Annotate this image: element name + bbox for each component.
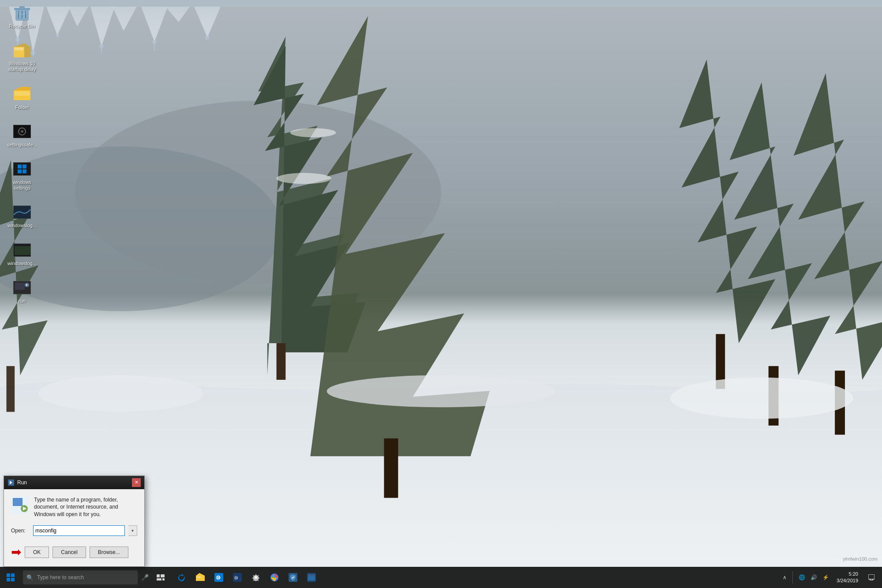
- edge-button[interactable]: [173, 569, 191, 586]
- search-placeholder: Type here to search: [37, 574, 84, 581]
- svg-rect-61: [15, 246, 30, 255]
- battery-icon[interactable]: ⚡: [821, 574, 830, 581]
- svg-rect-7: [384, 438, 398, 498]
- run-icon[interactable]: run: [4, 277, 40, 306]
- svg-rect-74: [161, 574, 165, 577]
- svg-marker-30: [183, 7, 221, 37]
- dialog-header: Type the name of a program, folder, docu…: [11, 496, 137, 518]
- open-dropdown-button[interactable]: ▼: [128, 525, 137, 536]
- svg-marker-4: [254, 46, 366, 375]
- svg-text:⑩: ⑩: [234, 575, 238, 581]
- file-explorer-icon: [196, 573, 205, 582]
- action-center-icon: [868, 574, 874, 581]
- security-icon: [289, 573, 297, 582]
- svg-marker-26: [79, 7, 115, 46]
- svg-point-19: [277, 173, 331, 184]
- svg-text:⑩: ⑩: [216, 575, 221, 581]
- svg-rect-78: [196, 576, 201, 581]
- win10-icon: ⑩: [233, 573, 242, 582]
- dialog-open-field: Open: ▼: [11, 525, 137, 536]
- svg-rect-56: [23, 165, 26, 169]
- tray-date: 3/24/2019: [837, 577, 858, 584]
- tray-clock[interactable]: 5:20 3/24/2019: [833, 571, 862, 584]
- recycle-bin-label: Recycle Bin: [9, 23, 35, 29]
- svg-point-1: [75, 101, 441, 284]
- recycle-bin-icon[interactable]: Recycle Bin: [4, 2, 40, 31]
- chrome-button[interactable]: [266, 569, 283, 586]
- tray-divider: [792, 571, 793, 584]
- dialog-body: Type the name of a program, folder, docu…: [4, 489, 144, 566]
- windowslog1-label: windowslog...: [8, 223, 37, 228]
- security-button[interactable]: [284, 569, 302, 586]
- svg-marker-12: [730, 82, 830, 375]
- svg-marker-29: [159, 7, 190, 22]
- windows-settings-icon[interactable]: windows settings: [4, 158, 40, 193]
- network-icon[interactable]: 🌐: [797, 574, 807, 581]
- task-view-icon: [157, 574, 165, 581]
- icicles-decoration: [0, 0, 882, 57]
- open-label: Open:: [11, 528, 30, 534]
- volume-icon[interactable]: 🔊: [809, 574, 818, 581]
- startup-delay-icon[interactable]: Windows 10 startup delay: [4, 40, 40, 74]
- windows-logo-icon: [7, 573, 15, 581]
- svg-rect-79: [197, 577, 200, 578]
- start-button[interactable]: [0, 567, 21, 588]
- svg-point-17: [670, 378, 853, 419]
- ie-button[interactable]: [303, 569, 320, 586]
- svg-point-18: [327, 375, 556, 408]
- windowslog2-icon[interactable]: windowslog...: [4, 240, 40, 268]
- ok-button[interactable]: OK: [25, 547, 49, 558]
- site-watermark: ylmfwin100.com: [843, 556, 878, 562]
- run-program-icon: [11, 496, 29, 514]
- windowslog1-icon[interactable]: windowslog...: [4, 202, 40, 230]
- svg-rect-49: [15, 48, 23, 50]
- browse-button[interactable]: Browse...: [90, 547, 128, 558]
- store-button[interactable]: ⑩: [210, 569, 228, 586]
- svg-point-54: [21, 130, 23, 133]
- system-tray: ∧ 🌐 🔊 ⚡ 5:20 3/24/2019: [781, 567, 882, 588]
- svg-rect-75: [157, 578, 161, 581]
- svg-marker-50: [14, 87, 30, 90]
- svg-rect-43: [19, 6, 25, 8]
- ie-icon: [307, 573, 316, 582]
- svg-rect-73: [157, 574, 160, 577]
- cancel-button[interactable]: Cancel: [53, 547, 86, 558]
- svg-rect-92: [868, 574, 874, 579]
- svg-marker-14: [794, 73, 882, 380]
- svg-marker-3: [258, 37, 359, 375]
- svg-rect-91: [308, 574, 315, 576]
- dialog-titlebar: Run ✕: [4, 476, 144, 489]
- red-arrow-indicator: ➡: [11, 545, 21, 559]
- file-explorer-button[interactable]: [191, 569, 209, 586]
- windows-settings-label: windows settings: [6, 180, 38, 191]
- folder-label: Folder: [15, 105, 29, 110]
- dialog-buttons: ➡ OK Cancel Browse...: [11, 543, 137, 559]
- chrome-icon: [270, 573, 279, 582]
- settings-app-button[interactable]: [247, 569, 265, 586]
- action-center-button[interactable]: [864, 570, 878, 584]
- folder-icon[interactable]: Folder: [4, 83, 40, 112]
- svg-rect-52: [15, 91, 30, 96]
- svg-point-35: [152, 40, 157, 44]
- taskbar-search[interactable]: 🔍 Type here to search: [23, 570, 138, 584]
- svg-rect-21: [0, 0, 882, 7]
- tray-up-arrow[interactable]: ∧: [781, 574, 788, 581]
- dialog-title-text: Run: [17, 479, 132, 486]
- svg-rect-63: [15, 283, 25, 290]
- svg-rect-55: [18, 165, 22, 169]
- run-label: run: [19, 298, 26, 304]
- edge-icon: [177, 573, 186, 582]
- svg-point-33: [56, 34, 59, 37]
- open-input[interactable]: [33, 525, 125, 536]
- settingssafe-icon[interactable]: settingssafe...: [4, 121, 40, 150]
- dialog-close-button[interactable]: ✕: [132, 478, 141, 487]
- search-icon: 🔍: [26, 574, 34, 581]
- svg-rect-76: [162, 578, 165, 581]
- task-view-button[interactable]: [152, 569, 169, 586]
- startup-delay-label: Windows 10 startup delay: [6, 61, 38, 72]
- cortana-mic-button[interactable]: 🎤: [138, 570, 152, 584]
- tray-time: 5:20: [837, 571, 858, 577]
- run-title-icon: [8, 479, 15, 486]
- settingssafe-label: settingssafe...: [7, 142, 37, 148]
- win10-app-button[interactable]: ⑩: [229, 569, 246, 586]
